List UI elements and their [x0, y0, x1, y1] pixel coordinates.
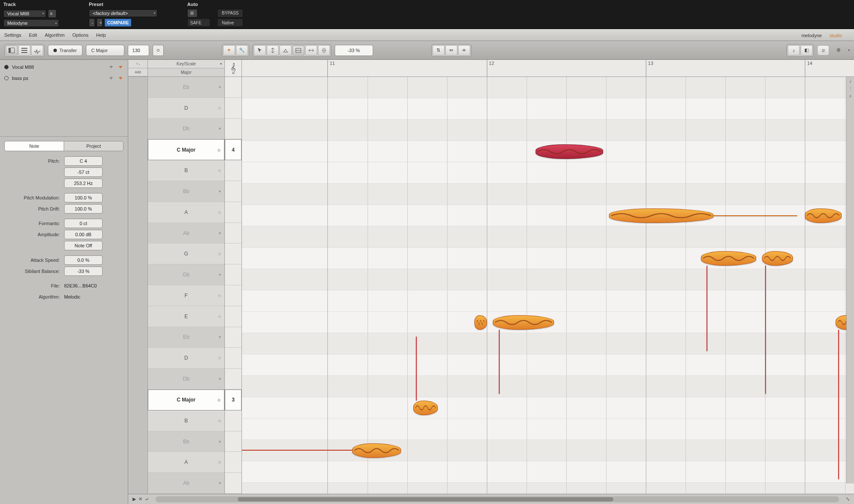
pitch-tool-icon[interactable]: [267, 45, 279, 56]
note-blob[interactable]: [413, 401, 438, 415]
chord-mode-icon[interactable]: ♯: [848, 94, 853, 99]
level-macro-icon[interactable]: ≑: [458, 45, 470, 56]
pitch-cents-field[interactable]: -57 ct: [64, 167, 103, 177]
note-blob[interactable]: [701, 251, 756, 266]
tab-project[interactable]: Project: [64, 141, 124, 151]
track-link-orange-icon[interactable]: [118, 75, 124, 81]
gear-icon[interactable]: ⚙: [833, 45, 845, 56]
pitch-row[interactable]: Eb▾: [148, 327, 224, 348]
triplet-icon[interactable]: ⋮: [848, 86, 853, 91]
pitch-row[interactable]: Eb▾: [148, 77, 224, 98]
pitch-drift-field[interactable]: 100.0 %: [64, 204, 103, 214]
horizontal-scrollbar[interactable]: [156, 496, 839, 502]
pitch-row[interactable]: Db▾: [148, 119, 224, 140]
play-cursor-icon[interactable]: ▶: [133, 496, 136, 502]
note-assign-icon[interactable]: ♪: [788, 45, 800, 56]
note-blob[interactable]: [352, 443, 401, 458]
gear-dropdown-icon[interactable]: ▾: [848, 48, 850, 52]
tab-note[interactable]: Note: [4, 141, 64, 151]
auto-write-button[interactable]: ⊞: [187, 9, 197, 18]
pitch-row[interactable]: E◇: [148, 306, 224, 327]
track-link-grey-icon[interactable]: [108, 75, 114, 81]
pitch-row[interactable]: Bb▾: [148, 181, 224, 202]
amplitude-tool-icon[interactable]: [292, 45, 304, 56]
pitch-row[interactable]: A◇: [148, 202, 224, 223]
note-value-icon[interactable]: ♩: [848, 79, 853, 84]
sound-editor-icon[interactable]: ◧: [801, 45, 813, 56]
pitch-row[interactable]: Gb▾: [148, 264, 224, 285]
separation-tool-icon[interactable]: [318, 45, 330, 56]
menu-settings[interactable]: Settings: [4, 32, 21, 38]
note-blob[interactable]: [609, 208, 713, 223]
cycle-icon[interactable]: ⤾: [145, 496, 149, 502]
note-off-button[interactable]: Note Off: [64, 241, 103, 250]
mixer-icon[interactable]: ⎚: [817, 45, 829, 56]
pitch-note-field[interactable]: C 4: [64, 156, 103, 166]
pitch-row[interactable]: D◇: [148, 348, 224, 369]
menu-algorithm[interactable]: Algorithm: [45, 32, 65, 38]
track-suffix[interactable]: a: [48, 9, 56, 18]
track-row[interactable]: bass ps: [2, 73, 126, 84]
track-selector[interactable]: Vocal M88: [3, 10, 46, 18]
note-blob[interactable]: [493, 315, 554, 330]
pitch-row[interactable]: Db▾: [148, 369, 224, 390]
view-tracks-icon[interactable]: [6, 45, 18, 56]
scrub-icon[interactable]: ✕: [138, 496, 142, 502]
pitch-mod-field[interactable]: 100.0 %: [64, 193, 103, 202]
pitch-ruler[interactable]: Eb▾D◇Db▾C Major◇B◇Bb▾A◇Ab▾G◇Gb▾F◇E◇Eb▾D◇…: [148, 77, 225, 494]
note-blob[interactable]: [805, 208, 842, 223]
quantize-pitch-icon[interactable]: ⇅: [433, 45, 445, 56]
sibilant-balance-field[interactable]: -33 %: [64, 267, 103, 276]
menu-help[interactable]: Help: [96, 32, 106, 38]
view-wave-icon[interactable]: [31, 45, 43, 56]
pitch-row[interactable]: B◇: [148, 410, 224, 431]
correct-pitch-macro-icon[interactable]: ✦: [223, 45, 235, 56]
tuning-freq[interactable]: 440: [128, 68, 148, 77]
plugin-selector[interactable]: Melodyne: [3, 19, 59, 27]
track-active-dot-icon[interactable]: [4, 76, 9, 80]
transfer-button[interactable]: Transfer: [48, 45, 82, 56]
main-tool-icon[interactable]: [254, 45, 266, 56]
native-button[interactable]: Native: [217, 18, 243, 27]
compare-button[interactable]: COMPARE: [104, 18, 132, 27]
bypass-button[interactable]: BYPASS: [217, 9, 243, 18]
tuning-fork-icon[interactable]: ⑂▾: [128, 60, 148, 68]
pitch-row[interactable]: B◇: [148, 160, 224, 181]
tool-wrench-icon[interactable]: 🔧: [236, 45, 248, 56]
formants-field[interactable]: 0 ct: [64, 219, 103, 228]
menu-edit[interactable]: Edit: [29, 32, 37, 38]
pitch-row[interactable]: A◇: [148, 452, 224, 473]
pitch-row[interactable]: Bb▾: [148, 431, 224, 452]
safe-button[interactable]: SAFE: [187, 18, 210, 27]
note-blob[interactable]: [762, 251, 793, 266]
pitch-row[interactable]: F◇: [148, 285, 224, 306]
menu-options[interactable]: Options: [72, 32, 88, 38]
time-ruler[interactable]: 11 12 13 14: [242, 60, 854, 76]
pitch-row[interactable]: D◇: [148, 98, 224, 119]
formant-tool-icon[interactable]: [280, 45, 292, 56]
track-row[interactable]: Vocal M88: [2, 62, 126, 73]
note-grid[interactable]: [242, 77, 854, 494]
track-active-dot-icon[interactable]: [4, 65, 9, 69]
note-blob[interactable]: [474, 315, 487, 330]
pitch-hz-field[interactable]: 253.2 Hz: [64, 179, 103, 188]
treble-clef-icon[interactable]: 𝄞: [225, 60, 242, 76]
tool-value-field[interactable]: -33 %: [335, 45, 373, 56]
preset-selector[interactable]: <factory default>: [89, 9, 157, 17]
tempo-field[interactable]: 130: [128, 45, 149, 56]
scale-mode-dropdown[interactable]: Major: [148, 68, 225, 76]
view-list-icon[interactable]: [18, 45, 30, 56]
key-scale-dropdown[interactable]: Key/Scale: [148, 60, 225, 68]
timing-tool-icon[interactable]: [305, 45, 317, 56]
pitch-row[interactable]: C Major◇: [148, 390, 224, 410]
attack-speed-field[interactable]: 0.0 %: [64, 255, 103, 265]
quantize-time-icon[interactable]: ⇔: [445, 45, 457, 56]
pitch-row[interactable]: C Major◇: [148, 139, 224, 160]
pitch-row[interactable]: G◇: [148, 243, 224, 264]
amplitude-field[interactable]: 0.00 dB: [64, 230, 103, 239]
track-link-orange-icon[interactable]: [118, 64, 124, 70]
tempo-link-icon[interactable]: [153, 45, 164, 56]
pitch-row[interactable]: Ab▾: [148, 473, 224, 494]
pitch-row[interactable]: Ab▾: [148, 223, 224, 244]
zoom-handle-icon[interactable]: ⤡: [846, 496, 850, 502]
